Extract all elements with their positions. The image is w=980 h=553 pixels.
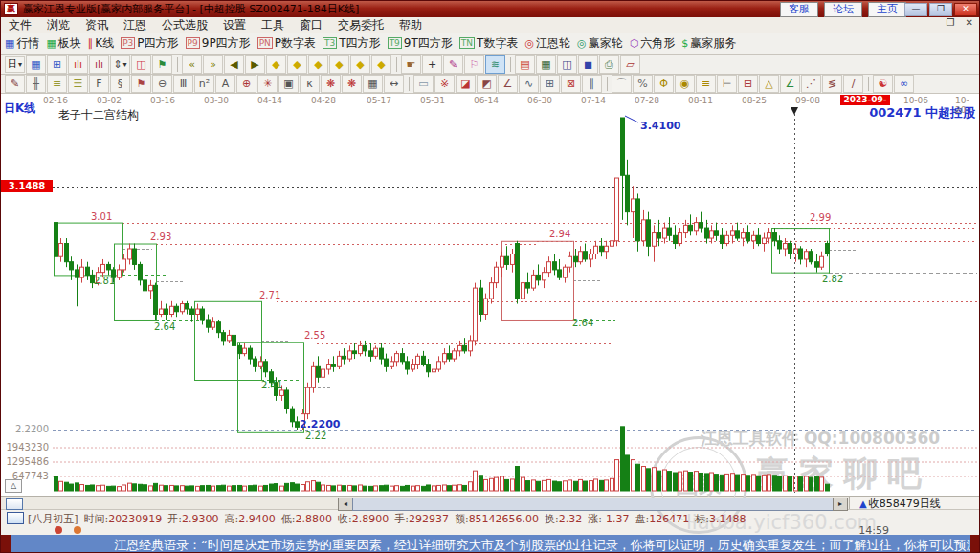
cycle-lines-tool[interactable]: ☰ [68,75,88,93]
menu-item-文件[interactable]: 文件 [1,17,39,33]
pyramid-tool[interactable]: △ [759,75,779,93]
starburst-tool[interactable]: ✳ [257,75,278,93]
menu-item-交易委托[interactable]: 交易委托 [330,17,391,33]
next-bar-icon[interactable]: ▶ [245,55,265,74]
menu-item-窗口[interactable]: 窗口 [292,17,330,33]
t-number-button[interactable]: TNT数字表 [459,35,519,52]
grid-box-tool[interactable]: ▣ [278,75,299,93]
speed-line-tool[interactable]: ∠ [780,75,800,93]
angle-a-tool[interactable]: A [215,75,235,93]
flag-marker-icon[interactable]: ⚑ [152,55,172,74]
winner-service-button[interactable]: $赢家服务 [681,35,736,52]
k-mark-tool[interactable]: κ [300,75,320,93]
hatch-lines-tool[interactable]: Ⅲ [173,75,193,93]
time-cycle-tool[interactable]: ≡ [47,75,67,93]
expand-indicator-button[interactable]: △ [5,479,22,493]
slope-line-tool[interactable]: ∕ [843,75,863,93]
window-layout-icon[interactable]: ▦ [26,55,46,74]
expand-v-diamond-icon[interactable]: ◆ [329,55,349,74]
arc-tool[interactable]: ⌒ [612,75,632,93]
zoom-out-diamond-icon[interactable]: ◆ [287,55,307,74]
p9-square-button[interactable]: P99P四方形 [186,35,251,52]
gann-grid-tool[interactable]: ╫ [26,75,46,93]
tag-label-icon[interactable]: ⚐ [464,55,484,74]
menu-item-设置[interactable]: 设置 [215,17,254,33]
prev-bar-icon[interactable]: ◀ [224,55,244,74]
compress-h-diamond-icon[interactable]: ◆ [350,55,370,74]
mdi-window-controls[interactable]: ❐ ✕ [946,17,977,28]
t-square-button[interactable]: T3T四方形 [323,35,381,52]
red-bloom2-tool[interactable]: ❋ [342,75,362,93]
wave-lines-icon[interactable]: ≋ [485,55,505,74]
sound-icon[interactable] [55,526,62,534]
f-ruler-tool[interactable]: F [89,75,109,93]
golden-ratio-tool[interactable]: Φ [654,75,674,93]
grid-view-icon[interactable] [6,498,23,510]
golden-circle-tool[interactable]: ◉ [675,75,695,93]
draw-pointer-icon[interactable]: ✎ [443,55,463,74]
save-icon[interactable]: ◼ [578,55,598,74]
last-bar-icon[interactable]: » [203,55,223,74]
chart-canvas[interactable] [1,94,980,496]
export-icon[interactable]: ▱ [620,55,640,74]
p-square-button[interactable]: P3P四方形 [121,35,178,52]
zigzag-tool[interactable]: ∿ [519,75,539,93]
infinity-icon[interactable]: ∞ [894,75,914,93]
maximize-button[interactable]: ❐ [929,3,952,16]
fine-grid-tool[interactable]: ▦ [363,75,383,93]
multi-chart-icon[interactable]: ◫ [131,55,151,74]
p-number-button[interactable]: PNP数字表 [257,35,316,52]
gann-box-tool[interactable]: ⊟ [738,75,758,93]
period-day-dropdown[interactable]: 日▾ [5,56,25,73]
kline-button[interactable]: ∥K线 [88,35,114,52]
ray-burst-tool[interactable]: ※ [434,75,455,93]
hexagon-button[interactable]: ⬡六角形 [630,35,676,52]
titlebar-link-论坛[interactable]: 论坛 [824,2,862,17]
expand-h-diamond-icon[interactable]: ◆ [308,55,328,74]
menu-item-公式选股[interactable]: 公式选股 [154,17,215,33]
hand-drag-icon[interactable]: ☛ [401,55,421,74]
menu-item-帮助[interactable]: 帮助 [391,17,430,33]
quotes-button[interactable]: ▦行情 [5,35,39,52]
save-layout-icon[interactable]: ◫ [557,55,577,74]
percent-tool[interactable]: % [633,75,653,93]
parallel-lines-tool[interactable]: ∥ [582,75,602,93]
first-bar-icon[interactable]: « [182,55,202,74]
calculator-icon[interactable]: ▦ [536,55,556,74]
grid2-tool[interactable]: ⊞ [540,75,560,93]
menu-item-浏览[interactable]: 浏览 [39,17,78,33]
compress-v-diamond-icon[interactable]: ◆ [371,55,391,74]
red-bloom-tool[interactable]: ❋ [321,75,341,93]
menu-item-江恩[interactable]: 江恩 [116,17,154,33]
quote-panel-icon[interactable]: ⊞ [47,55,67,74]
zoom-in-diamond-icon[interactable]: ◆ [266,55,286,74]
gann-target-tool[interactable]: ⊕ [236,75,256,93]
crosshair-icon[interactable]: + [422,55,442,74]
trend-angle-tool[interactable]: ∠ [498,75,518,93]
calendar-icon[interactable]: ▤ [515,55,535,74]
scrollbar-thumb[interactable] [352,498,834,511]
n-square-tool[interactable]: n² [194,75,214,93]
status-table-icon[interactable] [7,512,24,524]
candle-type-dropdown[interactable]: ⇕▾ [110,55,130,74]
titlebar-link-主页[interactable]: 主页 [868,2,906,17]
line-chart-icon[interactable]: ılı [89,55,109,74]
channel-line-tool[interactable]: ≶ [822,75,842,93]
ellipse-tool[interactable]: ⊖ [152,75,172,93]
scroll-left-button[interactable]: ◂ [338,498,353,511]
price-ruler-tool[interactable]: ⊢ [717,75,737,93]
pen-tool[interactable]: ✎ [5,75,25,93]
minimize-button[interactable]: — [904,3,927,16]
sectors-button[interactable]: ▦板块 [46,35,80,52]
titlebar-link-客服[interactable]: 客服 [780,2,818,17]
fan-line-tool[interactable]: ⋰ [801,75,821,93]
alert-icon[interactable] [74,526,81,534]
shade-square-tool[interactable]: ◩ [477,75,497,93]
menu-item-资讯[interactable]: 资讯 [78,17,116,33]
winner-wheel-button[interactable]: ◎赢家轮 [577,35,623,52]
spiral-tool[interactable]: § [110,75,130,93]
print-icon[interactable]: ⎙ [599,55,619,74]
scroll-right-button[interactable]: ▸ [833,498,848,511]
close-button[interactable]: ✕ [954,3,977,16]
t9-square-button[interactable]: T99T四方形 [388,35,453,52]
